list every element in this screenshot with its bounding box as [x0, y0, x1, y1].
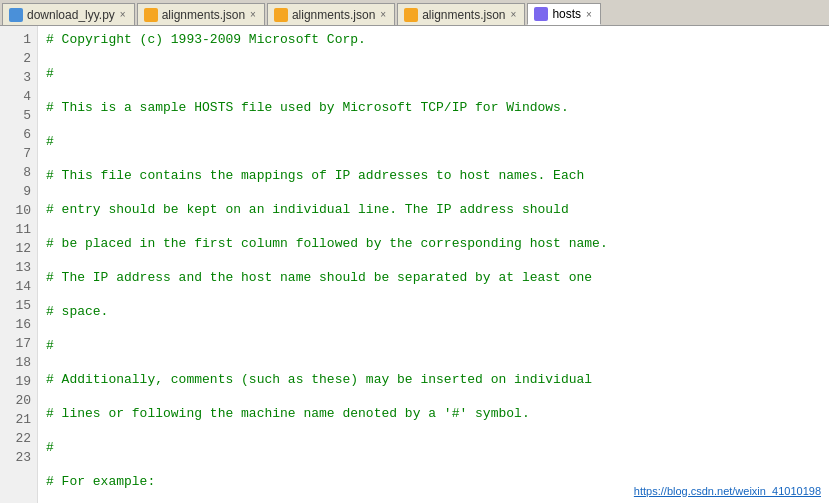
tab-label-tab5: hosts	[552, 7, 581, 21]
watermark: https://blog.csdn.net/weixin_41010198	[634, 485, 821, 497]
tab-icon-tab4	[404, 8, 418, 22]
line-num-20: 20	[0, 391, 31, 410]
line-num-14: 14	[0, 277, 31, 296]
code-line-8: # The IP address and the host name shoul…	[46, 268, 821, 287]
line-numbers: 1234567891011121314151617181920212223	[0, 26, 38, 503]
code-line-2: #	[46, 64, 821, 83]
line-num-18: 18	[0, 353, 31, 372]
line-num-17: 17	[0, 334, 31, 353]
tab-tab1[interactable]: download_lyy.py×	[2, 3, 135, 25]
code-line-1: # Copyright (c) 1993-2009 Microsoft Corp…	[46, 30, 821, 49]
line-num-10: 10	[0, 201, 31, 220]
tab-label-tab2: alignments.json	[162, 8, 245, 22]
code-line-10: #	[46, 336, 821, 355]
line-num-7: 7	[0, 144, 31, 163]
tab-label-tab3: alignments.json	[292, 8, 375, 22]
line-num-11: 11	[0, 220, 31, 239]
line-num-13: 13	[0, 258, 31, 277]
line-num-23: 23	[0, 448, 31, 467]
line-num-1: 1	[0, 30, 31, 49]
line-num-2: 2	[0, 49, 31, 68]
tab-icon-tab5	[534, 7, 548, 21]
code-line-6: # entry should be kept on an individual …	[46, 200, 821, 219]
line-num-22: 22	[0, 429, 31, 448]
code-line-12: # lines or following the machine name de…	[46, 404, 821, 423]
tab-label-tab4: alignments.json	[422, 8, 505, 22]
tab-label-tab1: download_lyy.py	[27, 8, 115, 22]
tab-close-tab2[interactable]: ×	[250, 9, 256, 20]
code-content[interactable]: # Copyright (c) 1993-2009 Microsoft Corp…	[38, 26, 829, 503]
line-num-3: 3	[0, 68, 31, 87]
tab-tab3[interactable]: alignments.json×	[267, 3, 395, 25]
line-num-21: 21	[0, 410, 31, 429]
tab-close-tab5[interactable]: ×	[586, 9, 592, 20]
line-num-16: 16	[0, 315, 31, 334]
line-num-6: 6	[0, 125, 31, 144]
code-line-7: # be placed in the first column followed…	[46, 234, 821, 253]
line-num-8: 8	[0, 163, 31, 182]
code-line-11: # Additionally, comments (such as these)…	[46, 370, 821, 389]
code-line-3: # This is a sample HOSTS file used by Mi…	[46, 98, 821, 117]
tab-tab5[interactable]: hosts×	[527, 3, 601, 25]
code-line-5: # This file contains the mappings of IP …	[46, 166, 821, 185]
line-num-9: 9	[0, 182, 31, 201]
code-line-13: #	[46, 438, 821, 457]
tab-bar: download_lyy.py×alignments.json×alignmen…	[0, 0, 829, 26]
tab-icon-tab1	[9, 8, 23, 22]
tab-close-tab1[interactable]: ×	[120, 9, 126, 20]
line-num-12: 12	[0, 239, 31, 258]
line-num-19: 19	[0, 372, 31, 391]
line-num-15: 15	[0, 296, 31, 315]
tab-icon-tab3	[274, 8, 288, 22]
code-line-9: # space.	[46, 302, 821, 321]
code-line-4: #	[46, 132, 821, 151]
line-num-5: 5	[0, 106, 31, 125]
tab-close-tab3[interactable]: ×	[380, 9, 386, 20]
tab-icon-tab2	[144, 8, 158, 22]
line-num-4: 4	[0, 87, 31, 106]
tab-close-tab4[interactable]: ×	[511, 9, 517, 20]
tab-tab4[interactable]: alignments.json×	[397, 3, 525, 25]
tab-tab2[interactable]: alignments.json×	[137, 3, 265, 25]
